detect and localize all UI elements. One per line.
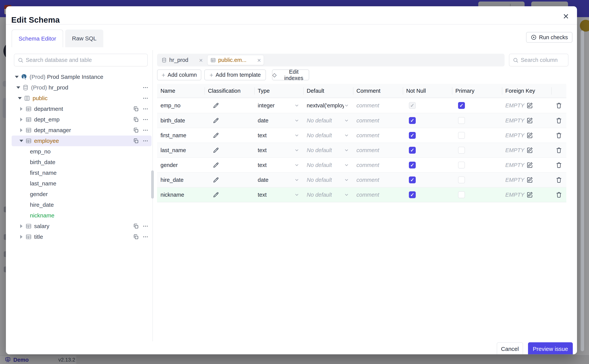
tree-item-prod-sample-instance[interactable]: (Prod) Prod Sample Instance <box>12 72 152 82</box>
primary-checkbox[interactable] <box>458 162 465 169</box>
classification-pencil-icon[interactable] <box>213 117 219 124</box>
default-select[interactable]: No default <box>303 162 353 168</box>
classification-pencil-icon[interactable] <box>213 176 219 183</box>
edit-indexes-button[interactable]: ◇ Edit indexes <box>272 70 309 80</box>
column-search-input[interactable] <box>521 57 568 63</box>
primary-checkbox[interactable]: ✓ <box>458 102 465 109</box>
page-scrollbar[interactable] <box>581 31 584 351</box>
trash-icon[interactable] <box>556 176 562 183</box>
more-menu-icon[interactable] <box>142 117 148 123</box>
trash-icon[interactable] <box>556 147 562 154</box>
column-name-field[interactable]: last_name <box>157 147 205 153</box>
comment-input[interactable]: comment <box>353 177 403 183</box>
copy-icon[interactable] <box>133 117 139 123</box>
classification-pencil-icon[interactable] <box>213 162 219 169</box>
chip-database-hr-prod[interactable]: hr_prod × <box>159 55 206 65</box>
tree-item-dept-emp[interactable]: dept_emp <box>12 114 152 125</box>
not-null-checkbox[interactable]: ✓ <box>409 162 416 169</box>
copy-icon[interactable] <box>133 127 139 133</box>
default-select[interactable]: No default <box>303 192 353 198</box>
caret-expanded-icon[interactable] <box>19 140 24 142</box>
tree-item-emp-no[interactable]: emp_no <box>12 146 152 157</box>
classification-pencil-icon[interactable] <box>213 102 219 109</box>
classification-pencil-icon[interactable] <box>213 132 219 139</box>
type-select[interactable]: date <box>254 117 303 124</box>
type-select[interactable]: text <box>254 147 303 153</box>
copy-icon[interactable] <box>133 223 139 229</box>
close-icon[interactable]: × <box>199 57 203 63</box>
type-select[interactable]: integer <box>254 102 303 109</box>
more-menu-icon[interactable] <box>142 138 148 144</box>
not-null-checkbox[interactable]: ✓ <box>409 176 416 183</box>
default-select[interactable]: No default <box>303 147 353 153</box>
primary-checkbox[interactable] <box>458 132 465 139</box>
caret-collapsed-icon[interactable] <box>19 128 24 132</box>
database-search-input[interactable] <box>26 57 147 63</box>
tree-item-nickname[interactable]: nickname <box>12 210 152 221</box>
default-select[interactable]: nextval('employ <box>303 102 353 109</box>
tree-item-title[interactable]: title <box>12 232 152 242</box>
run-checks-button[interactable]: Run checks <box>526 32 572 43</box>
more-menu-icon[interactable] <box>142 95 148 101</box>
not-null-checkbox[interactable]: ✓ <box>409 191 416 198</box>
column-name-field[interactable]: emp_no <box>157 102 205 109</box>
add-column-button[interactable]: + Add column <box>157 70 201 80</box>
trash-icon[interactable] <box>556 102 562 109</box>
copy-icon[interactable] <box>133 138 139 144</box>
column-name-field[interactable]: gender <box>157 162 205 168</box>
chip-table-public-employee[interactable]: public.em... × <box>207 55 264 65</box>
tree-item-dept-manager[interactable]: dept_manager <box>12 125 152 136</box>
add-from-template-button[interactable]: + Add from template <box>204 70 266 80</box>
caret-collapsed-icon[interactable] <box>19 118 24 122</box>
foreign-key-edit-icon[interactable] <box>526 117 533 124</box>
column-name-field[interactable]: first_name <box>157 132 205 139</box>
column-name-field[interactable]: birth_date <box>157 117 205 124</box>
type-select[interactable]: text <box>254 162 303 168</box>
more-menu-icon[interactable] <box>142 106 148 112</box>
default-select[interactable]: No default <box>303 177 353 183</box>
trash-icon[interactable] <box>556 132 562 139</box>
trash-icon[interactable] <box>556 117 562 124</box>
comment-input[interactable]: comment <box>353 192 403 198</box>
primary-checkbox[interactable] <box>458 176 465 183</box>
tree-item-hire-date[interactable]: hire_date <box>12 200 152 210</box>
foreign-key-edit-icon[interactable] <box>526 162 533 169</box>
tree-item-birth-date[interactable]: birth_date <box>12 157 152 168</box>
foreign-key-edit-icon[interactable] <box>526 147 533 154</box>
foreign-key-edit-icon[interactable] <box>526 176 533 183</box>
not-null-checkbox[interactable]: ✓ <box>409 132 416 139</box>
foreign-key-edit-icon[interactable] <box>526 191 533 198</box>
caret-collapsed-icon[interactable] <box>19 107 24 111</box>
preview-issue-button[interactable]: Preview issue <box>528 342 573 354</box>
comment-input[interactable]: comment <box>353 102 403 109</box>
copy-icon[interactable] <box>133 106 139 112</box>
foreign-key-edit-icon[interactable] <box>526 132 533 139</box>
column-name-field[interactable]: nickname <box>157 192 205 198</box>
not-null-checkbox[interactable]: ✓ <box>409 147 416 154</box>
comment-input[interactable]: comment <box>353 147 403 153</box>
copy-icon[interactable] <box>133 234 139 240</box>
tree-item-employee[interactable]: employee <box>12 136 152 146</box>
default-select[interactable]: No default <box>303 132 353 139</box>
trash-icon[interactable] <box>556 191 562 198</box>
tree-item-department[interactable]: department <box>12 104 152 114</box>
caret-expanded-icon[interactable] <box>14 76 19 78</box>
type-select[interactable]: date <box>254 177 303 183</box>
comment-input[interactable]: comment <box>353 132 403 139</box>
tab-raw-sql[interactable]: Raw SQL <box>65 30 103 47</box>
close-icon[interactable]: × <box>560 10 572 22</box>
more-menu-icon[interactable] <box>142 127 148 133</box>
not-null-checkbox[interactable]: ✓ <box>409 117 416 124</box>
type-select[interactable]: text <box>254 132 303 139</box>
caret-expanded-icon[interactable] <box>16 86 21 89</box>
caret-collapsed-icon[interactable] <box>19 235 24 239</box>
cancel-button[interactable]: Cancel <box>497 342 523 354</box>
trash-icon[interactable] <box>556 162 562 169</box>
primary-checkbox[interactable] <box>458 147 465 154</box>
primary-checkbox[interactable] <box>458 191 465 198</box>
comment-input[interactable]: comment <box>353 162 403 168</box>
comment-input[interactable]: comment <box>353 117 403 124</box>
tree-item-hr-prod[interactable]: (Prod) hr_prod <box>12 82 152 93</box>
classification-pencil-icon[interactable] <box>213 147 219 154</box>
tree-scrollbar[interactable] <box>151 170 154 199</box>
